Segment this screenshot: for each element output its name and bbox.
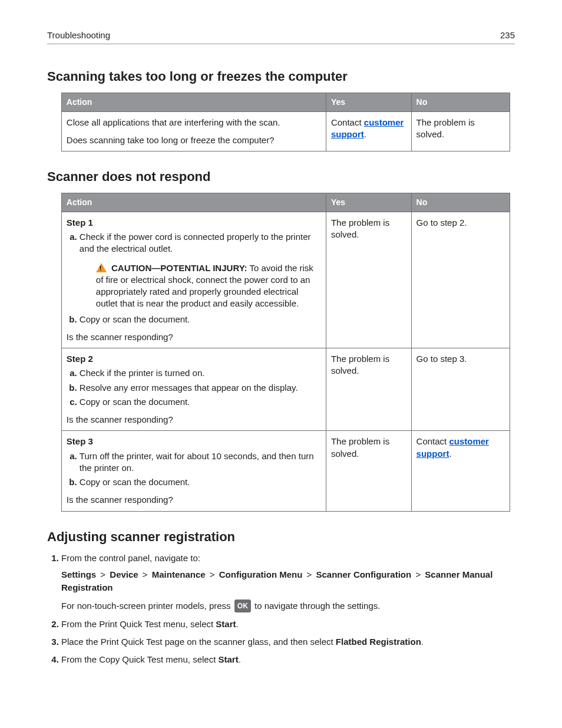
caution-block: CAUTION—POTENTIAL INJURY: To avoid the r…: [80, 262, 321, 310]
table-row: Close all applications that are interfer…: [61, 111, 510, 151]
note-post: to navigate through the settings.: [252, 601, 381, 611]
question-text: Is the scanner responding?: [67, 414, 321, 426]
heading-scanner-no-respond: Scanner does not respond: [47, 168, 515, 186]
step2-bold: Start: [216, 619, 236, 629]
path-item: Maintenance: [152, 569, 206, 579]
cell-action: Step 1 Check if the power cord is connec…: [61, 212, 326, 348]
list-item: Turn off the printer, wait for about 10 …: [80, 450, 321, 475]
th-action: Action: [61, 193, 326, 212]
cell-action: Step 2 Check if the printer is turned on…: [61, 348, 326, 431]
heading-adjusting-registration: Adjusting scanner registration: [47, 528, 515, 546]
question-text: Does scanning take too long or freeze th…: [67, 134, 321, 146]
table-scanner-no-respond: Action Yes No Step 1 Check if the power …: [61, 193, 510, 512]
no-text-pre: Contact: [416, 436, 449, 446]
step3-bold: Flatbed Registration: [336, 637, 421, 647]
path-item: Configuration Menu: [219, 569, 303, 579]
list-item: From the control panel, navigate to: Set…: [61, 552, 515, 612]
th-yes: Yes: [326, 93, 411, 111]
cell-no: Contact customer support.: [411, 431, 510, 511]
path-sep: >: [415, 569, 421, 579]
th-no: No: [411, 193, 510, 212]
cell-yes: The problem is solved.: [326, 348, 411, 431]
th-action: Action: [61, 93, 326, 111]
list-item: From the Print Quick Test menu, select S…: [61, 618, 515, 630]
step3-post: .: [421, 637, 424, 647]
step-label: Step 3: [67, 436, 93, 446]
page-header: Troubleshooting 235: [47, 29, 515, 44]
steps-list: From the control panel, navigate to: Set…: [47, 552, 515, 666]
list-item: Copy or scan the document.: [80, 314, 321, 325]
no-text-post: .: [449, 449, 451, 459]
step1-intro: From the control panel, navigate to:: [61, 553, 200, 563]
th-no: No: [411, 93, 510, 111]
action-line: Close all applications that are interfer…: [67, 117, 321, 129]
list-item: From the Copy Quick Test menu, select St…: [61, 654, 515, 666]
caution-label: CAUTION—POTENTIAL INJURY:: [111, 263, 247, 273]
cell-yes: Contact customer support.: [326, 111, 411, 151]
cell-yes: The problem is solved.: [326, 431, 411, 511]
path-sep: >: [210, 569, 215, 579]
page-number: 235: [500, 29, 515, 41]
table-row: Step 1 Check if the power cord is connec…: [61, 212, 510, 348]
cell-no: Go to step 3.: [411, 348, 510, 431]
ok-button-icon: OK: [234, 599, 251, 612]
step3-pre: Place the Print Quick Test page on the s…: [61, 637, 336, 647]
step2-pre: From the Print Quick Test menu, select: [61, 619, 216, 629]
section-name: Troubleshooting: [47, 29, 110, 41]
path-sep: >: [100, 569, 105, 579]
path-sep: >: [143, 569, 148, 579]
th-yes: Yes: [326, 193, 411, 212]
question-text: Is the scanner responding?: [67, 331, 321, 343]
list-item: Check if the printer is turned on.: [80, 367, 321, 379]
menu-path: Settings > Device > Maintenance > Config…: [61, 568, 515, 595]
table-row: Step 3 Turn off the printer, wait for ab…: [61, 431, 510, 511]
cell-action: Close all applications that are interfer…: [61, 111, 326, 151]
path-item: Scanner Configuration: [316, 569, 412, 579]
table-row: Step 2 Check if the printer is turned on…: [61, 348, 510, 431]
yes-text-post: .: [364, 129, 366, 139]
step-label: Step 1: [67, 218, 93, 228]
cell-yes: The problem is solved.: [326, 212, 411, 348]
list-item: Copy or scan the document.: [80, 396, 321, 408]
step-label: Step 2: [67, 354, 93, 364]
cell-no: Go to step 2.: [411, 212, 510, 348]
path-item: Settings: [61, 569, 96, 579]
list-item: Copy or scan the document.: [80, 476, 321, 488]
list-item: Check if the power cord is connected pro…: [80, 231, 321, 310]
note-pre: For non-touch-screen printer models, pre…: [61, 601, 233, 611]
yes-text-pre: Contact: [331, 117, 364, 127]
list-item: Resolve any error messages that appear o…: [80, 382, 321, 394]
step4-post: .: [239, 654, 241, 664]
list-item: Place the Print Quick Test page on the s…: [61, 636, 515, 648]
cell-action: Step 3 Turn off the printer, wait for ab…: [61, 431, 326, 511]
path-sep: >: [307, 569, 312, 579]
table-scanning-freeze: Action Yes No Close all applications tha…: [61, 93, 510, 151]
step2-post: .: [236, 619, 239, 629]
step1-a: Check if the power cord is connected pro…: [80, 232, 311, 253]
step4-pre: From the Copy Quick Test menu, select: [61, 654, 219, 664]
path-item: Device: [110, 569, 138, 579]
cell-no: The problem is solved.: [411, 111, 510, 151]
step4-bold: Start: [219, 654, 239, 664]
caution-icon: [96, 263, 107, 272]
heading-scanning-freeze: Scanning takes too long or freezes the c…: [47, 68, 515, 85]
question-text: Is the scanner responding?: [67, 494, 321, 506]
non-touch-note: For non-touch-screen printer models, pre…: [61, 599, 515, 612]
